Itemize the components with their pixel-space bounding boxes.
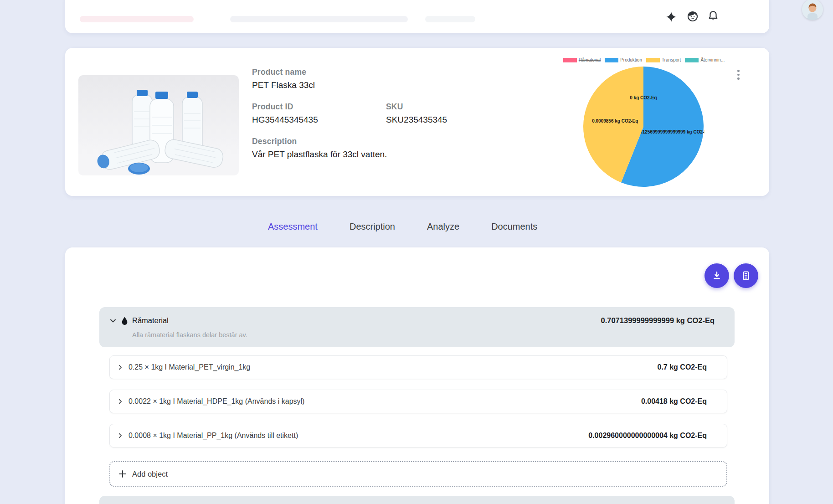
pie-slice-label: 0.0009856 kg CO2-Eq: [592, 118, 638, 123]
section-total-value: 0.7071399999999999 kg CO2-Eq: [601, 316, 715, 325]
product-description-label: Description: [252, 137, 507, 146]
droplet-icon: [121, 317, 128, 325]
tab-assessment[interactable]: Assessment: [267, 220, 319, 234]
legend-label: Råmaterial: [579, 57, 601, 62]
pie-slice-label: 0 kg CO2-Eq: [630, 95, 657, 100]
product-name-label: Product name: [252, 67, 507, 77]
assessment-panel: Råmaterial 0.7071399999999999 kg CO2-Eq …: [65, 247, 769, 504]
legend-item[interactable]: Återvinnin...: [685, 57, 725, 62]
tab-bar: Assessment Description Analyze Documents: [267, 220, 538, 234]
pie-chart-svg[interactable]: 0.0012569999999999999 kg CO2-Eq0.0009856…: [582, 66, 704, 188]
chevron-right-icon[interactable]: [117, 398, 123, 405]
section-title: Råmaterial: [132, 316, 169, 325]
object-row-label: 0.25 × 1kg I Material_PET_virgin_1kg: [129, 363, 250, 371]
legend-swatch: [685, 58, 699, 62]
kebab-menu-icon[interactable]: [737, 70, 740, 80]
section-header-next[interactable]: [99, 496, 735, 504]
bell-icon[interactable]: [706, 9, 720, 23]
legend-item[interactable]: Produktion: [605, 57, 642, 62]
chevron-down-icon[interactable]: [109, 317, 117, 324]
product-fields: Product name PET Flaska 33cl Product ID …: [252, 67, 507, 159]
pie-slice-label: 0.0012569999999999999 kg CO2-Eq: [633, 129, 704, 134]
calculator-button[interactable]: [734, 263, 758, 288]
legend-swatch: [646, 58, 660, 62]
section-subtitle: Alla råmaterial flaskans delar består av…: [132, 331, 715, 339]
nav-placeholder: [230, 16, 408, 22]
tab-description[interactable]: Description: [349, 220, 396, 234]
chevron-right-icon[interactable]: [117, 364, 123, 370]
product-summary-card: Product name PET Flaska 33cl Product ID …: [65, 48, 769, 196]
object-row-value: 0.00418 kg CO2-Eq: [641, 397, 707, 406]
product-sku-label: SKU: [386, 102, 447, 112]
legend-label: Produktion: [620, 57, 642, 62]
top-navigation-bar: [65, 0, 769, 33]
object-row-hdpe[interactable]: 0.0022 × 1kg I Material_HDPE_1kg (Använd…: [109, 390, 727, 413]
product-name-value: PET Flaska 33cl: [252, 80, 507, 90]
legend-item[interactable]: Transport: [646, 57, 681, 62]
add-object-button[interactable]: Add object: [109, 461, 727, 487]
nav-placeholder: [425, 16, 475, 22]
calculator-icon: [740, 270, 751, 281]
impact-pie-chart: RåmaterialProduktionTransportÅtervinnin.…: [578, 53, 710, 190]
legend-swatch: [605, 58, 618, 62]
object-row-label: 0.0022 × 1kg I Material_HDPE_1kg (Använd…: [129, 397, 304, 406]
product-description-value: Vår PET plastflaska för 33cl vatten.: [252, 149, 507, 159]
user-avatar[interactable]: [802, 0, 823, 20]
download-icon: [711, 270, 722, 281]
object-row-value: 0.7 kg CO2-Eq: [658, 363, 707, 371]
object-row-pp[interactable]: 0.0008 × 1kg I Material_PP_1kg (Används …: [109, 424, 727, 447]
assistant-icon[interactable]: [685, 9, 700, 24]
plus-icon: [118, 470, 127, 478]
legend-label: Transport: [662, 57, 681, 62]
pie-legend: RåmaterialProduktionTransportÅtervinnin.…: [583, 57, 704, 62]
section-header-ramaterial[interactable]: Råmaterial 0.7071399999999999 kg CO2-Eq …: [99, 307, 735, 347]
product-id-value: HG35445345435: [252, 115, 386, 125]
product-image: [78, 75, 239, 175]
legend-item[interactable]: Råmaterial: [563, 57, 601, 62]
product-sku-value: SKU235435345: [386, 115, 447, 125]
object-row-value: 0.002960000000000004 kg CO2-Eq: [588, 432, 707, 440]
tab-analyze[interactable]: Analyze: [426, 220, 460, 234]
download-button[interactable]: [704, 263, 729, 288]
object-row-pet[interactable]: 0.25 × 1kg I Material_PET_virgin_1kg 0.7…: [109, 355, 727, 379]
legend-swatch: [563, 58, 577, 62]
tab-documents[interactable]: Documents: [490, 220, 538, 234]
legend-label: Återvinnin...: [700, 57, 725, 62]
nav-placeholder: [80, 16, 194, 22]
chevron-right-icon[interactable]: [117, 432, 123, 439]
product-id-label: Product ID: [252, 102, 386, 112]
add-object-label: Add object: [132, 470, 168, 478]
object-row-label: 0.0008 × 1kg I Material_PP_1kg (Används …: [129, 432, 298, 440]
sparkle-icon[interactable]: [664, 10, 679, 24]
